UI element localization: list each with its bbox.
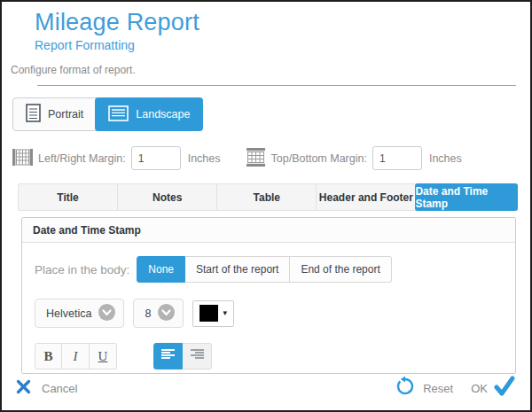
landscape-page-icon	[108, 105, 129, 124]
ok-label: OK	[471, 382, 488, 395]
header: Mileage Report Report Formatting	[35, 9, 530, 52]
date-time-stamp-panel: Date and Time Stamp Place in the body: N…	[21, 217, 516, 374]
place-none-button[interactable]: None	[137, 256, 185, 283]
cancel-button[interactable]: Cancel	[16, 379, 77, 398]
alignment-group	[153, 343, 212, 369]
panel-title: Date and Time Stamp	[22, 218, 515, 243]
font-size-dropdown[interactable]: 8	[133, 299, 184, 328]
font-family-value: Helvetica	[46, 307, 91, 320]
tab-notes[interactable]: Notes	[118, 184, 217, 210]
bold-button[interactable]: B	[35, 343, 62, 369]
place-start-button[interactable]: Start of the report	[185, 256, 290, 283]
align-right-icon	[190, 348, 205, 364]
left-right-margin-label: Left/Right Margin:	[38, 152, 126, 165]
font-color-dropdown[interactable]: ▾	[192, 300, 234, 327]
align-right-button[interactable]	[183, 343, 212, 369]
panel-body: Place in the body: None Start of the rep…	[22, 243, 515, 369]
left-right-margin-input[interactable]	[131, 146, 181, 170]
chevron-down-icon	[98, 304, 115, 323]
left-right-margin-icon	[12, 148, 33, 169]
reset-icon	[395, 376, 416, 400]
place-in-body-row: Place in the body: None Start of the rep…	[35, 256, 503, 283]
ok-check-icon	[493, 376, 516, 400]
portrait-label: Portrait	[48, 108, 83, 120]
landscape-button[interactable]: Landscape	[95, 97, 203, 131]
cancel-label: Cancel	[42, 382, 77, 395]
portrait-page-icon	[26, 104, 41, 125]
top-bottom-margin-unit: Inches	[429, 152, 462, 165]
top-bottom-margin-icon	[246, 148, 266, 169]
tab-date-and-time-stamp[interactable]: Date and Time Stamp	[415, 183, 518, 211]
footer-right: Reset OK	[395, 376, 516, 400]
portrait-button[interactable]: Portrait	[13, 98, 96, 130]
page-title: Mileage Report	[35, 9, 530, 36]
caret-down-icon: ▾	[223, 309, 227, 317]
place-end-button[interactable]: End of the report	[290, 256, 391, 283]
font-row: Helvetica 8	[35, 299, 503, 328]
tab-table[interactable]: Table	[217, 184, 317, 210]
italic-button[interactable]: I	[62, 343, 90, 369]
ok-button[interactable]: OK	[453, 376, 516, 400]
orientation-group: Portrait Landscape	[12, 97, 203, 131]
margins-row: Left/Right Margin: Inches Top/Bottom Mar…	[12, 146, 530, 170]
place-options-group: None Start of the report End of the repo…	[137, 256, 391, 283]
font-size-value: 8	[145, 307, 151, 320]
align-left-button[interactable]	[153, 343, 183, 369]
place-in-body-label: Place in the body:	[35, 263, 129, 276]
footer-bar: Cancel Reset OK	[2, 375, 530, 401]
chevron-down-icon	[158, 304, 175, 323]
tab-header-and-footer[interactable]: Header and Footer	[317, 184, 416, 210]
align-left-icon	[160, 348, 176, 364]
report-formatting-dialog: Mileage Report Report Formatting Configu…	[0, 0, 532, 412]
color-swatch	[200, 305, 218, 322]
page-subtitle: Report Formatting	[35, 38, 530, 52]
top-bottom-margin-label: Top/Bottom Margin:	[271, 152, 367, 165]
landscape-label: Landscape	[136, 108, 190, 120]
text-style-row: B I U	[35, 343, 503, 369]
cancel-x-icon	[16, 379, 31, 398]
divider	[37, 85, 516, 86]
top-bottom-margin-input[interactable]	[372, 146, 422, 170]
left-right-margin-unit: Inches	[188, 152, 221, 165]
font-family-dropdown[interactable]: Helvetica	[35, 299, 124, 328]
tab-title[interactable]: Title	[19, 184, 118, 210]
page-description: Configure format of report.	[11, 64, 530, 76]
text-style-group: B I U	[35, 343, 117, 369]
reset-label: Reset	[423, 382, 453, 395]
reset-button[interactable]: Reset	[395, 376, 453, 400]
underline-button[interactable]: U	[90, 343, 117, 369]
section-tabs: Title Notes Table Header and Footer Date…	[18, 183, 518, 211]
